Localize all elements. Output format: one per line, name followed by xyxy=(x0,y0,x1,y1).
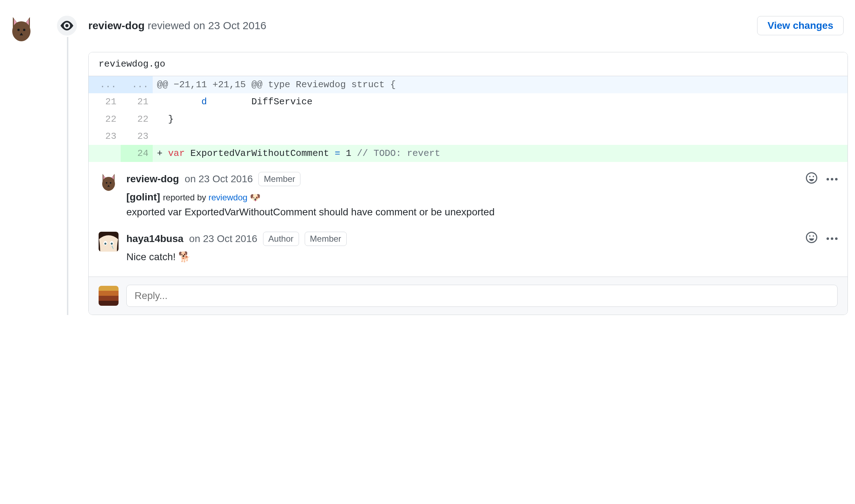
reaction-icon[interactable] xyxy=(806,172,817,186)
comment-avatar[interactable] xyxy=(99,232,119,252)
diff-context-row: 22 22 } xyxy=(89,111,848,128)
svg-point-1 xyxy=(23,29,25,31)
review-header-text: review-dog reviewed on 23 Oct 2016 xyxy=(88,20,266,32)
svg-point-9 xyxy=(104,243,106,245)
svg-rect-12 xyxy=(99,291,119,296)
comment-author[interactable]: review-dog xyxy=(126,173,179,185)
reaction-icon[interactable] xyxy=(806,232,817,246)
dog-emoji: 🐕 xyxy=(178,252,191,262)
diff-context-row: 21 21 d DiffService xyxy=(89,93,848,110)
svg-point-4 xyxy=(110,182,111,184)
diff-hunk-header: ... ... @@ −21,11 +21,15 @@ type Reviewd… xyxy=(89,76,848,93)
svg-rect-11 xyxy=(99,286,119,291)
review-header: review-dog reviewed on 23 Oct 2016 View … xyxy=(56,14,848,37)
view-changes-button[interactable]: View changes xyxy=(757,16,844,35)
svg-rect-13 xyxy=(99,296,119,301)
role-badge: Member xyxy=(258,172,300,186)
svg-point-3 xyxy=(106,182,107,184)
comment-message: [golint] reported by reviewdog 🐶 exporte… xyxy=(126,190,838,220)
more-icon[interactable] xyxy=(827,237,838,240)
reviewer-avatar[interactable] xyxy=(7,14,36,43)
reply-input[interactable] xyxy=(126,285,838,307)
review-date: 23 Oct 2016 xyxy=(208,20,266,31)
review-comment: haya14busa on 23 Oct 2016 Author Member … xyxy=(99,232,838,264)
diff-context-row: 23 23 xyxy=(89,128,848,145)
svg-point-0 xyxy=(17,29,20,31)
role-badge: Member xyxy=(305,232,347,246)
dog-face-emoji: 🐶 xyxy=(250,193,261,202)
role-badge: Author xyxy=(263,232,299,246)
svg-rect-14 xyxy=(99,301,119,306)
reviewer-name[interactable]: review-dog xyxy=(88,20,145,31)
current-user-avatar[interactable] xyxy=(99,286,119,306)
comment-avatar[interactable] xyxy=(99,172,119,192)
comment-date: on 23 Oct 2016 xyxy=(189,233,257,245)
reviewdog-link[interactable]: reviewdog xyxy=(209,193,247,202)
comment-message: Nice catch! 🐕 xyxy=(126,250,838,264)
reply-row xyxy=(89,277,848,315)
comment-date: on 23 Oct 2016 xyxy=(185,173,253,185)
diff-table: ... ... @@ −21,11 +21,15 @@ type Reviewd… xyxy=(89,76,848,162)
diff-added-row: 24 + var ExportedVarWithoutComment = 1 /… xyxy=(89,145,848,162)
file-name[interactable]: reviewdog.go xyxy=(89,52,848,76)
review-card: reviewdog.go ... ... @@ −21,11 +21,15 @@… xyxy=(88,52,848,315)
review-eye-icon xyxy=(56,14,78,37)
review-comment: review-dog on 23 Oct 2016 Member [golint… xyxy=(99,172,838,220)
svg-point-10 xyxy=(111,243,113,245)
more-icon[interactable] xyxy=(827,178,838,180)
comment-author[interactable]: haya14busa xyxy=(126,233,183,245)
